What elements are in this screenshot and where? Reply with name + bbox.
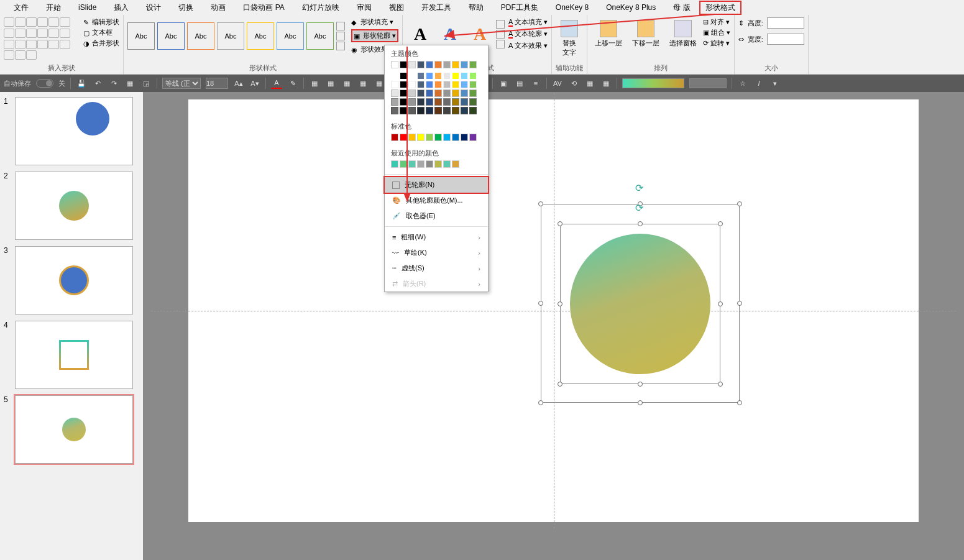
qat-icon[interactable]: ▦ bbox=[124, 78, 135, 89]
color-swatch[interactable] bbox=[434, 160, 442, 168]
color-swatch[interactable] bbox=[443, 107, 451, 114]
color-swatch[interactable] bbox=[400, 107, 407, 114]
color-swatch[interactable] bbox=[417, 61, 425, 68]
menu-islide[interactable]: iSlide bbox=[70, 3, 105, 12]
color-swatch[interactable] bbox=[417, 72, 425, 80]
qat-icon[interactable]: ▦ bbox=[341, 78, 352, 89]
color-swatch[interactable] bbox=[408, 160, 416, 168]
qat-icon[interactable]: ⟲ bbox=[568, 78, 579, 89]
qat-icon[interactable]: ▦ bbox=[357, 78, 369, 89]
color-swatch[interactable] bbox=[461, 90, 468, 97]
color-preview[interactable] bbox=[622, 78, 684, 88]
menu-master[interactable]: 母 版 bbox=[664, 2, 699, 13]
menu-onekey8[interactable]: OneKey 8 bbox=[547, 3, 597, 12]
weight-item[interactable]: ≡粗细(W)› bbox=[385, 229, 488, 245]
font-select[interactable]: 等线 (正 bbox=[162, 78, 201, 89]
color-swatch[interactable] bbox=[408, 107, 416, 114]
shape-styles-gallery[interactable]: Abc Abc Abc Abc Abc Abc Abc bbox=[127, 17, 346, 54]
color-swatch[interactable] bbox=[391, 160, 398, 168]
color-swatch[interactable] bbox=[408, 98, 416, 106]
color-swatch[interactable] bbox=[426, 81, 433, 88]
alt-text-button[interactable]: 替换 文字 bbox=[556, 17, 583, 60]
color-swatch[interactable] bbox=[391, 90, 398, 97]
qat-icon[interactable]: ▦ bbox=[374, 78, 385, 89]
color-swatch[interactable] bbox=[391, 61, 398, 68]
color-swatch[interactable] bbox=[400, 72, 407, 80]
shapes-gallery[interactable] bbox=[4, 17, 81, 61]
color-swatch[interactable] bbox=[461, 81, 468, 88]
color-swatch[interactable] bbox=[400, 81, 407, 88]
font-color-icon[interactable]: A bbox=[271, 78, 282, 89]
color-swatch[interactable] bbox=[408, 134, 416, 141]
qat-icon[interactable]: ▦ bbox=[309, 78, 320, 89]
color-swatch[interactable] bbox=[461, 98, 468, 106]
color-swatch[interactable] bbox=[426, 61, 433, 68]
qat-icon[interactable]: A▾ bbox=[249, 78, 260, 89]
color-swatch[interactable] bbox=[461, 61, 468, 68]
color-swatch[interactable] bbox=[452, 160, 459, 168]
slide-thumb-2[interactable] bbox=[15, 172, 133, 240]
qat-icon[interactable]: ▣ bbox=[498, 78, 509, 89]
color-swatch[interactable] bbox=[426, 107, 433, 114]
color-swatch[interactable] bbox=[426, 134, 433, 141]
slide-thumb-4[interactable] bbox=[15, 321, 133, 389]
color-swatch[interactable] bbox=[452, 81, 459, 88]
color-swatch[interactable] bbox=[426, 98, 433, 106]
color-swatch[interactable] bbox=[417, 134, 425, 141]
color-swatch[interactable] bbox=[400, 61, 407, 68]
color-swatch[interactable] bbox=[434, 107, 442, 114]
color-swatch[interactable] bbox=[391, 134, 398, 141]
color-swatch[interactable] bbox=[452, 72, 459, 80]
merge-shapes-button[interactable]: ◑合并形状 bbox=[83, 39, 119, 48]
color-swatch[interactable] bbox=[434, 90, 442, 97]
sketch-item[interactable]: 〰草绘(K)› bbox=[385, 245, 488, 260]
qat-icon[interactable]: ≡ bbox=[530, 78, 541, 89]
color-swatch[interactable] bbox=[391, 107, 398, 114]
color-swatch[interactable] bbox=[434, 134, 442, 141]
text-effects-button[interactable]: A 文本效果 ▾ bbox=[508, 41, 548, 50]
shape-outline-button[interactable]: ▣形状轮廓 ▾ bbox=[351, 29, 398, 42]
color-swatch[interactable] bbox=[391, 81, 398, 88]
fontsize-input[interactable] bbox=[206, 78, 228, 89]
color-swatch[interactable] bbox=[417, 107, 425, 114]
color-swatch[interactable] bbox=[408, 61, 416, 68]
color-swatch[interactable] bbox=[443, 134, 451, 141]
color-swatch[interactable] bbox=[469, 90, 477, 97]
text-outline-button[interactable]: A 文本轮廓 ▾ bbox=[508, 29, 548, 39]
textbox-button[interactable]: ▢文本框 bbox=[83, 28, 119, 37]
rotate-button[interactable]: ⟳旋转 ▾ bbox=[703, 39, 730, 48]
group-button[interactable]: ▣组合 ▾ bbox=[703, 28, 730, 37]
star-icon[interactable]: ☆ bbox=[737, 78, 748, 89]
menu-slideshow[interactable]: 幻灯片放映 bbox=[293, 2, 348, 13]
color-swatch[interactable] bbox=[417, 98, 425, 106]
more-colors-item[interactable]: 🎨其他轮廓颜色(M)... bbox=[385, 193, 488, 208]
color-swatch[interactable] bbox=[400, 98, 407, 106]
qat-icon[interactable]: A▴ bbox=[233, 78, 244, 89]
slide-thumb-1[interactable] bbox=[15, 97, 133, 165]
color-swatch[interactable] bbox=[469, 72, 477, 80]
highlight-icon[interactable]: ✎ bbox=[287, 78, 298, 89]
menu-home[interactable]: 开始 bbox=[37, 2, 70, 13]
qat-icon[interactable]: ▦ bbox=[584, 78, 595, 89]
slide-thumb-5[interactable] bbox=[15, 395, 133, 464]
edit-shape-button[interactable]: ✎编辑形状 bbox=[83, 17, 119, 27]
undo-icon[interactable]: ↶ bbox=[92, 78, 103, 89]
menu-view[interactable]: 视图 bbox=[380, 2, 413, 13]
color-swatch[interactable] bbox=[469, 134, 477, 141]
color-swatch[interactable] bbox=[452, 107, 459, 114]
color-swatch[interactable] bbox=[452, 90, 459, 97]
color-swatch[interactable] bbox=[443, 72, 451, 80]
color-swatch[interactable] bbox=[408, 90, 416, 97]
qat-icon[interactable]: ▦ bbox=[325, 78, 336, 89]
color-swatch[interactable] bbox=[443, 98, 451, 106]
color-swatch[interactable] bbox=[391, 98, 398, 106]
color-swatch[interactable] bbox=[461, 72, 468, 80]
color-swatch[interactable] bbox=[426, 72, 433, 80]
color-swatch[interactable] bbox=[461, 134, 468, 141]
standard-color-swatches[interactable] bbox=[385, 134, 488, 145]
qat-icon[interactable]: ◲ bbox=[140, 78, 152, 89]
color-swatch[interactable] bbox=[400, 160, 407, 168]
qat-swatch[interactable] bbox=[689, 78, 727, 88]
qat-icon[interactable]: ▤ bbox=[514, 78, 525, 89]
color-swatch[interactable] bbox=[461, 107, 468, 114]
